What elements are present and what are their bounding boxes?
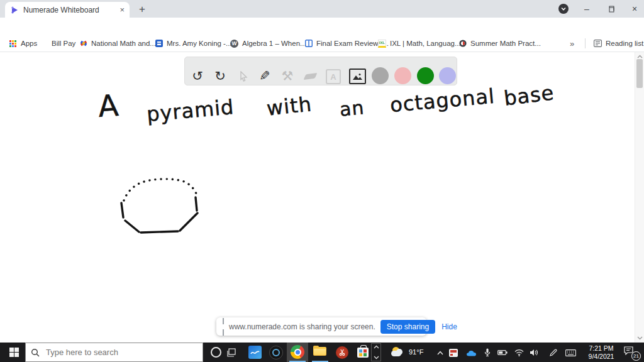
onedrive-icon[interactable] — [465, 348, 477, 358]
bookmark-item[interactable]: National Math and... — [79, 35, 156, 52]
new-tab-button[interactable]: + — [135, 3, 150, 16]
undo-icon[interactable]: ↺ — [189, 68, 206, 84]
action-center-button[interactable]: 21 — [624, 346, 639, 359]
browser-navbar: ← → ↻ ⌂ numerade.com/answers/whiteboard/… — [0, 18, 644, 35]
numerade-favicon-icon — [10, 6, 19, 14]
clock-time: 7:21 PM — [582, 344, 621, 353]
bookmark-item[interactable]: W Algebra 1 – When... — [230, 35, 306, 52]
start-button[interactable] — [4, 343, 24, 362]
handwriting-word: A — [97, 88, 120, 124]
color-green-swatch[interactable] — [417, 67, 434, 84]
hide-link[interactable]: Hide — [441, 322, 457, 331]
apps-grid-icon — [9, 40, 17, 48]
wifi-icon[interactable] — [513, 348, 525, 358]
eraser-icon[interactable] — [302, 68, 318, 84]
reading-list-label: Reading list — [606, 40, 643, 47]
bookmark-label: Algebra 1 – When... — [242, 40, 306, 47]
color-purple-swatch[interactable] — [439, 67, 456, 84]
taskbar-search[interactable] — [25, 343, 203, 362]
bookmark-item[interactable]: Summer Math Pract... — [458, 35, 541, 52]
handwriting-word: base — [502, 80, 555, 111]
ribbon-icon — [79, 40, 87, 48]
share-message: www.numerade.com is sharing your screen. — [229, 322, 375, 331]
bookmark-label: Apps — [21, 40, 37, 47]
tab-title: Numerade Whiteboard — [23, 6, 119, 14]
octagon-sketch — [117, 177, 208, 239]
search-icon — [26, 348, 45, 357]
handwriting-word: an — [339, 96, 365, 120]
bookmark-item[interactable]: IXL IXL | Math, Languag... — [378, 35, 461, 52]
task-view-button[interactable] — [221, 343, 243, 362]
bookmark-label: Mrs. Amy Koning -... — [167, 40, 232, 47]
bookmark-label: National Math and... — [91, 40, 156, 47]
reading-list-button[interactable]: Reading list — [594, 35, 643, 52]
pointer-icon[interactable] — [235, 68, 252, 84]
restore-button[interactable] — [600, 0, 621, 18]
stop-sharing-button[interactable]: Stop sharing — [380, 320, 435, 334]
handwriting-word: with — [265, 92, 313, 120]
bookmarks-overflow-chevron[interactable]: » — [570, 35, 574, 52]
reading-list-icon — [594, 40, 602, 48]
whiteboard-toolbar: ↺ ↻ ✎ ⚒ A — [184, 57, 457, 85]
bookmark-label: Bill Pay — [52, 40, 75, 47]
notification-badge: 21 — [631, 351, 641, 361]
bookmarks-divider — [585, 38, 586, 48]
hidden-icons-chevron[interactable] — [435, 349, 445, 356]
color-gray-swatch[interactable] — [372, 67, 389, 84]
window-icon — [304, 40, 313, 48]
ixl-icon: IXL — [378, 40, 386, 48]
handwriting-word: pyramid — [146, 95, 235, 126]
apps-shortcut[interactable]: Apps — [9, 35, 37, 52]
touch-keyboard-icon[interactable] — [565, 348, 576, 358]
chrome-taskbar-button[interactable] — [287, 343, 308, 362]
microphone-icon[interactable] — [482, 348, 493, 358]
scroll-up-chevron-icon — [374, 345, 379, 349]
browser-titlebar: Numerade Whiteboard × + – × — [0, 0, 644, 18]
handwriting-word: octagonal — [389, 84, 496, 117]
color-pink-swatch[interactable] — [394, 67, 411, 84]
windows-taskbar: 91°F 7:21 P — [0, 343, 644, 362]
recorder-app-icon[interactable] — [265, 343, 287, 362]
close-button[interactable]: × — [624, 0, 644, 18]
search-input[interactable] — [45, 347, 186, 358]
photos-app-icon[interactable] — [244, 343, 265, 362]
pen-icon[interactable] — [547, 348, 558, 358]
image-tool-icon[interactable] — [349, 69, 366, 84]
wordpress-icon: W — [230, 40, 238, 48]
toolbar-scroll-control[interactable] — [371, 343, 381, 361]
tray-device-icon[interactable] — [448, 348, 459, 358]
page-scrollbar[interactable] — [635, 52, 644, 343]
target-icon — [458, 40, 467, 48]
tools-icon[interactable]: ⚒ — [279, 68, 296, 84]
clock-date: 9/4/2021 — [582, 353, 621, 361]
weather-temp[interactable]: 91°F — [409, 348, 423, 356]
screen: Numerade Whiteboard × + – × ← → ↻ ⌂ nume… — [0, 0, 644, 362]
bookmark-item[interactable]: Mrs. Amy Koning -... — [155, 35, 232, 52]
pause-icon — [223, 315, 225, 338]
scrollbar-thumb[interactable] — [636, 59, 643, 88]
blue-square-icon — [155, 40, 163, 48]
redo-icon[interactable]: ↻ — [212, 68, 228, 84]
bookmark-label: Summer Math Pract... — [470, 40, 541, 47]
battery-icon[interactable] — [497, 348, 508, 358]
store-app-icon[interactable] — [352, 343, 374, 362]
bookmark-item[interactable]: Bill Pay — [52, 35, 75, 52]
explorer-taskbar-button[interactable] — [309, 343, 331, 362]
scroll-down-icon[interactable] — [637, 335, 643, 341]
screen-share-bar: www.numerade.com is sharing your screen.… — [216, 317, 426, 336]
minimize-button[interactable]: – — [576, 0, 597, 18]
pencil-icon[interactable]: ✎ — [257, 68, 273, 84]
volume-icon[interactable] — [528, 348, 540, 358]
tab-close-icon[interactable]: × — [119, 6, 125, 14]
tab-search-icon[interactable] — [558, 4, 569, 14]
bookmark-item[interactable]: Final Exam Review -... — [304, 35, 389, 52]
bookmark-label: IXL | Math, Languag... — [390, 40, 461, 47]
taskbar-clock[interactable]: 7:21 PM 9/4/2021 — [582, 344, 621, 360]
text-tool-icon[interactable]: A — [326, 69, 341, 84]
whiteboard-canvas[interactable]: ↺ ↻ ✎ ⚒ A A pyramid with an octag — [0, 52, 635, 343]
browser-tab[interactable]: Numerade Whiteboard × — [5, 2, 130, 18]
weather-icon[interactable] — [390, 346, 406, 359]
scroll-down-chevron-icon — [374, 356, 379, 359]
snip-app-icon[interactable] — [331, 343, 353, 362]
bookmarks-bar: Apps Bill Pay National Math and... Mrs. … — [0, 35, 644, 52]
